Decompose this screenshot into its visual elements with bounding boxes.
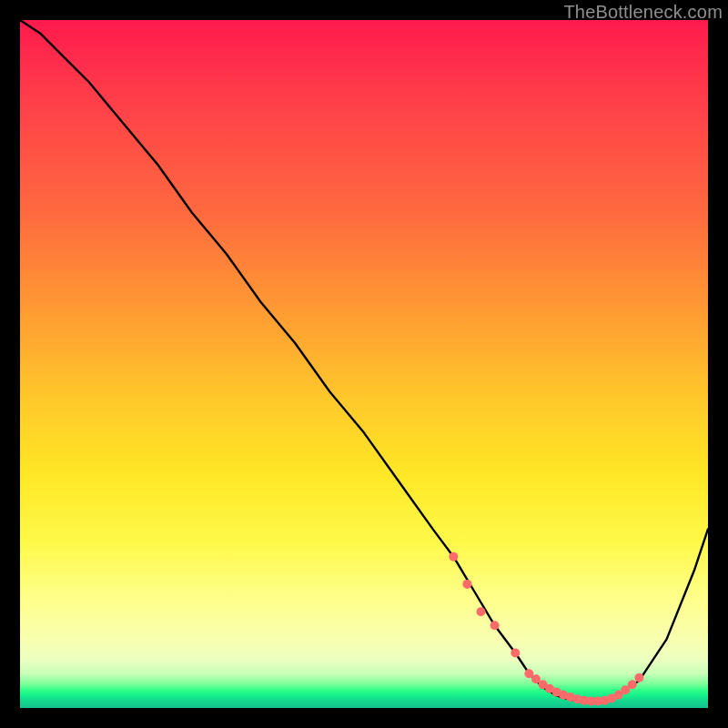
frame: TheBottleneck.com — [0, 0, 728, 728]
dot — [462, 580, 471, 589]
highlight-dots — [449, 552, 643, 706]
dot — [511, 649, 520, 658]
plot-area — [20, 20, 708, 708]
dot — [628, 680, 637, 689]
curve-layer — [20, 20, 708, 708]
dot — [477, 607, 486, 616]
bottleneck-curve — [20, 20, 708, 701]
dot — [634, 673, 643, 682]
watermark: TheBottleneck.com — [563, 2, 723, 23]
dot — [490, 621, 500, 630]
dot — [449, 552, 458, 561]
